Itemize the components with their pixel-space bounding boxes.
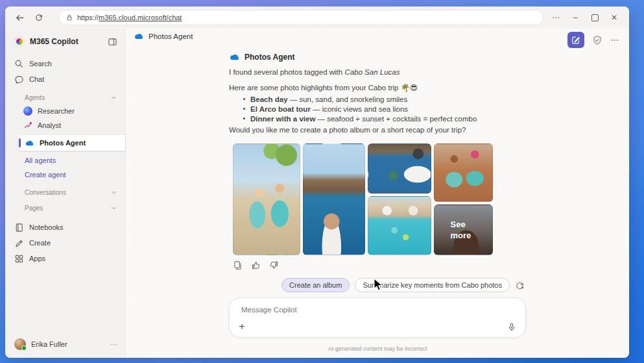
agents-section-header[interactable]: Agents — [5, 91, 125, 104]
thumbs-down-button[interactable] — [269, 260, 279, 270]
photo-boat-tour[interactable] — [368, 144, 431, 194]
sidebar: M365 Copilot Search Chat Agents R — [5, 29, 126, 358]
back-button[interactable] — [12, 10, 27, 25]
ai-disclaimer: AI-generated content may be incorrect — [229, 345, 526, 352]
selected-indicator — [19, 138, 21, 147]
analyst-agent-icon — [23, 121, 32, 130]
privacy-shield-icon[interactable] — [592, 35, 602, 45]
sidebar-item-chat[interactable]: Chat — [5, 71, 125, 87]
user-account-row[interactable]: Erika Fuller ⋯ — [5, 334, 125, 354]
microphone-button[interactable] — [507, 323, 516, 332]
tag-name: Cabo San Lucas — [344, 68, 400, 76]
sidebar-toggle-icon[interactable] — [108, 37, 117, 47]
suggestion-create-album[interactable]: Create an album — [281, 278, 350, 292]
bullet-dot — [243, 98, 245, 100]
compose-icon — [571, 36, 580, 45]
mouse-cursor — [374, 278, 385, 292]
add-attachment-button[interactable]: + — [239, 321, 245, 332]
user-name: Erika Fuller — [31, 340, 67, 348]
search-icon — [14, 59, 24, 69]
chat-bubble-icon — [14, 75, 24, 84]
refresh-suggestions-icon[interactable] — [515, 281, 525, 290]
maximize-icon — [591, 14, 599, 21]
refresh-button[interactable] — [31, 10, 47, 25]
apps-grid-icon — [14, 254, 24, 264]
chat-header: Photos Agent — [134, 32, 193, 40]
see-more-label: See more — [451, 219, 477, 241]
notebook-icon — [14, 223, 24, 232]
back-arrow-icon — [15, 13, 25, 23]
browser-more-button[interactable]: ⋯ — [547, 10, 564, 25]
minimize-button[interactable]: – — [567, 10, 584, 25]
highlight-bullet-el-arco: El Arco boat tour — iconic views and sea… — [229, 105, 526, 114]
user-more-icon[interactable]: ⋯ — [110, 340, 117, 349]
message-highlights-line: Here are some photo highlights from your… — [229, 83, 526, 93]
browser-titlebar: https://m365.cloud.microsoft/chat ⋯ – ✕ — [5, 6, 629, 29]
pages-section-header[interactable]: Pages — [5, 201, 125, 214]
minimize-icon: – — [573, 13, 578, 22]
copy-button[interactable] — [233, 260, 243, 270]
refresh-icon — [34, 13, 43, 22]
see-more-tile[interactable]: See more — [434, 205, 493, 255]
site-security-icon — [66, 14, 73, 21]
photo-beach-kids[interactable] — [233, 144, 300, 255]
new-chat-button[interactable] — [567, 32, 584, 48]
message-composer: + — [229, 297, 526, 338]
chevron-down-icon — [110, 205, 117, 212]
address-bar[interactable]: https://m365.cloud.microsoft/chat — [58, 10, 543, 25]
user-avatar — [14, 338, 26, 350]
create-agent-link[interactable]: Create agent — [5, 168, 125, 182]
chevron-up-icon — [110, 94, 117, 101]
photos-agent-cloud-icon — [229, 53, 240, 61]
highlight-bullet-beach-day: Beach day — sun, sand, and snorkeling sm… — [229, 95, 526, 105]
close-button[interactable]: ✕ — [606, 10, 623, 25]
thumbs-up-button[interactable] — [251, 260, 261, 270]
message-closing-question: Would you like me to create a photo albu… — [229, 125, 526, 135]
app-title: M365 Copilot — [30, 37, 78, 46]
url-text: https://m365.cloud.microsoft/chat — [77, 14, 182, 21]
m365-copilot-logo — [14, 36, 25, 47]
message-actions — [233, 260, 526, 270]
sidebar-item-apps[interactable]: Apps — [5, 251, 125, 266]
chat-header-title: Photos Agent — [149, 32, 193, 40]
sidebar-item-search[interactable]: Search — [5, 56, 125, 71]
more-icon: ⋯ — [552, 13, 560, 22]
conversations-section-header[interactable]: Conversations — [5, 186, 125, 199]
message-input[interactable] — [240, 305, 515, 323]
maximize-button[interactable] — [586, 10, 603, 25]
photos-agent-cloud-icon — [25, 140, 34, 147]
all-agents-link[interactable]: All agents — [5, 153, 125, 168]
sidebar-item-create[interactable]: Create — [5, 235, 125, 251]
message-sender-name: Photos Agent — [244, 53, 295, 62]
researcher-agent-icon — [23, 106, 32, 116]
photo-el-arco-selfie[interactable] — [303, 144, 365, 255]
bullet-dot — [243, 118, 245, 119]
sidebar-item-analyst[interactable]: Analyst — [5, 118, 125, 132]
trip-emoji: 🌴😎 — [401, 84, 418, 92]
sidebar-item-photos-agent[interactable]: Photos Agent — [18, 135, 125, 151]
message-sender-row: Photos Agent — [229, 52, 526, 62]
browser-window: https://m365.cloud.microsoft/chat ⋯ – ✕ … — [5, 6, 629, 358]
chevron-down-icon — [110, 189, 117, 196]
close-icon: ✕ — [611, 13, 617, 22]
bullet-dot — [243, 108, 245, 110]
sidebar-item-researcher[interactable]: Researcher — [5, 104, 125, 118]
photo-pool-underwater[interactable] — [368, 196, 431, 255]
chat-main: Photos Agent ⋯ Photos Agent I found seve… — [126, 29, 629, 358]
create-pen-icon — [14, 238, 24, 248]
message-intro: I found several photos tagged with Cabo … — [229, 68, 526, 77]
photos-agent-cloud-icon — [134, 32, 144, 40]
sidebar-item-notebooks[interactable]: Notebooks — [5, 219, 125, 235]
photo-grid: See more — [233, 144, 526, 255]
highlight-bullet-dinner: Dinner with a view — seafood + sunset + … — [229, 114, 526, 124]
photo-kids-on-deck[interactable] — [434, 144, 493, 202]
chat-more-button[interactable]: ⋯ — [610, 35, 619, 45]
